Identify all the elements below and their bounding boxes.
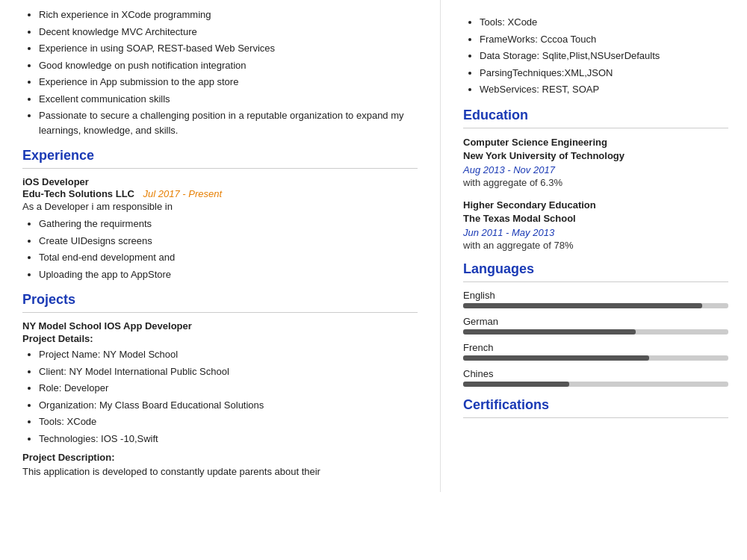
lang-bar-fill-german: [463, 329, 636, 335]
company-name: Edu-Tech Solutions LLC: [22, 188, 134, 199]
skill-item-4: Good knowledge on push notification inte…: [39, 58, 418, 73]
lang-name-chines: Chines: [463, 368, 728, 379]
lang-entry-german: German: [463, 316, 728, 335]
lang-bar-bg-english: [463, 303, 728, 308]
proj-bullet-1: Project Name: NY Model School: [39, 347, 418, 362]
right-skill-1: Tools: XCode: [480, 15, 728, 30]
certifications-divider: [463, 417, 728, 418]
experience-section-title: Experience: [22, 148, 418, 164]
edu-entry-2: Higher Secondary Education The Texas Mod…: [463, 199, 728, 251]
top-skills-list: Rich experience in XCode programming Dec…: [22, 7, 418, 137]
right-skills-list: Tools: XCode FrameWorks: Cccoa Touch Dat…: [463, 15, 728, 97]
education-section-title: Education: [463, 108, 728, 123]
job-bullet-4: Uploading the app to AppStore: [39, 267, 418, 282]
job-description: As a Developer i am responsible in: [22, 201, 418, 212]
lang-entry-french: French: [463, 342, 728, 361]
project-details-list: Project Name: NY Model School Client: NY…: [22, 347, 418, 446]
languages-section-title: Languages: [463, 261, 728, 277]
left-column: Rich experience in XCode programming Dec…: [0, 0, 441, 492]
certifications-section-title: Certifications: [463, 397, 728, 413]
edu-agg-2: with an aggregate of 78%: [463, 240, 728, 251]
edu-date-1: Aug 2013 - Nov 2017: [463, 164, 728, 175]
project-desc-text: This application is developed to constan…: [22, 466, 418, 477]
project-title: NY Model School IOS App Developer: [22, 320, 418, 332]
lang-bar-fill-french: [463, 355, 649, 361]
job-bullet-1: Gathering the requirments: [39, 217, 418, 231]
lang-entry-chines: Chines: [463, 368, 728, 387]
lang-bar-bg-chines: [463, 382, 728, 387]
project-details-label: Project Details:: [22, 333, 418, 344]
job-date: Jul 2017 - Present: [143, 188, 223, 199]
lang-bar-bg-german: [463, 329, 728, 335]
lang-name-french: French: [463, 342, 728, 353]
right-skill-2: FrameWorks: Cccoa Touch: [480, 32, 728, 47]
proj-bullet-3: Role: Developer: [39, 381, 418, 396]
proj-bullet-2: Client: NY Model International Public Sc…: [39, 364, 418, 379]
proj-bullet-4: Organization: My Class Board Educational…: [39, 398, 418, 413]
lang-bar-bg-french: [463, 355, 728, 361]
proj-bullet-6: Technologies: IOS -10,Swift: [39, 432, 418, 447]
projects-divider: [22, 312, 418, 313]
right-column: Tools: XCode FrameWorks: Cccoa Touch Dat…: [441, 0, 747, 492]
skill-item-5: Experience in App submission to the app …: [39, 75, 418, 90]
company-line: Edu-Tech Solutions LLC Jul 2017 - Presen…: [22, 188, 418, 199]
projects-section-title: Projects: [22, 292, 418, 308]
lang-name-english: English: [463, 290, 728, 301]
project-desc-label: Project Description:: [22, 452, 418, 463]
skill-item-3: Experience in using SOAP, REST-based Web…: [39, 41, 418, 56]
right-skill-3: Data Storage: Sqlite,Plist,NSUserDefault…: [480, 49, 728, 63]
edu-agg-1: with aggregate of 6.3%: [463, 177, 728, 188]
job-bullet-2: Create UIDesigns screens: [39, 234, 418, 249]
lang-bar-fill-chines: [463, 382, 569, 387]
experience-divider: [22, 168, 418, 169]
edu-entry-1: Computer Science Engineering New York Un…: [463, 136, 728, 188]
skill-item-6: Excellent communication skills: [39, 92, 418, 107]
job-bullets: Gathering the requirments Create UIDesig…: [22, 217, 418, 281]
skill-item-2: Decent knowledge MVC Architecture: [39, 25, 418, 40]
job-title: iOS Developer: [22, 176, 418, 187]
right-skill-4: ParsingTechniques:XML,JSON: [480, 66, 728, 81]
languages-divider: [463, 281, 728, 282]
lang-bar-fill-english: [463, 303, 702, 308]
education-divider: [463, 128, 728, 128]
lang-entry-english: English: [463, 290, 728, 308]
lang-name-german: German: [463, 316, 728, 327]
resume-container: Rich experience in XCode programming Dec…: [0, 0, 747, 492]
job-bullet-3: Total end-end development and: [39, 250, 418, 265]
skill-item-1: Rich experience in XCode programming: [39, 7, 418, 22]
edu-degree-1: Computer Science Engineering New York Un…: [463, 136, 728, 163]
proj-bullet-5: Tools: XCode: [39, 414, 418, 429]
right-skill-5: WebServices: REST, SOAP: [480, 82, 728, 97]
edu-date-2: Jun 2011 - May 2013: [463, 227, 728, 238]
edu-degree-2: Higher Secondary Education The Texas Mod…: [463, 199, 728, 225]
skill-item-7: Passionate to secure a challenging posit…: [39, 108, 418, 137]
